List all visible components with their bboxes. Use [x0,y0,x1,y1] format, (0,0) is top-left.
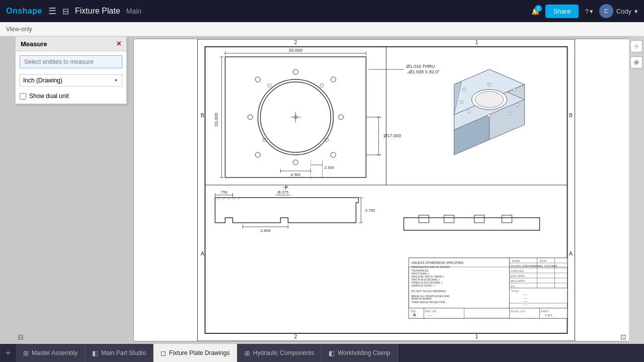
svg-text:THIRD ANGLE PROJECTION: THIRD ANGLE PROJECTION [412,301,445,304]
svg-text:----: ---- [428,314,432,317]
svg-point-66 [488,114,491,117]
svg-text:1 of 1: 1 of 1 [545,314,553,317]
svg-text:UNLESS OTHERWISE SPECIFIED:: UNLESS OTHERWISE SPECIFIED: [412,261,464,264]
svg-text:CHECKED: CHECKED [511,269,524,273]
svg-text:B: B [569,112,573,118]
svg-text:3.750: 3.750 [365,208,376,213]
svg-text:DATE: DATE [540,259,547,262]
svg-text:Ø.375: Ø.375 [278,190,289,195]
measure-close-button[interactable]: × [117,40,121,48]
tab-part-icon: ◧ [92,349,98,357]
measure-tool-button[interactable]: ⊹ [630,40,642,52]
svg-text:1: 1 [475,333,478,339]
user-name: Cody [616,8,631,15]
svg-text:----: ---- [524,300,528,303]
menu-icon[interactable]: ☰ [48,6,56,17]
main-content: ⊟ Measure × Inch (Drawing) Millimeter (D… [0,36,644,344]
svg-point-68 [460,101,463,104]
svg-text:2.500: 2.500 [325,165,335,170]
svg-text:ENG APPR.: ENG APPR. [511,275,526,278]
show-dual-unit-label: Show dual unit [29,93,69,100]
svg-point-67 [468,110,471,113]
svg-text:SCALE: 1:12: SCALE: 1:12 [511,310,525,313]
svg-text:DWG. NO.: DWG. NO. [425,310,437,313]
view-only-bar: View-only [0,22,644,36]
header: Onshape ☰ ⊟ Fixture Plate Main 🔔 2 Share… [0,0,644,22]
svg-point-62 [488,83,491,86]
add-tab-button[interactable]: + [0,344,16,362]
help-button[interactable]: ? ▾ [585,8,593,15]
tab-fixture-plate-drawings-label: Fixture Plate Drawings [169,349,230,356]
drawing-canvas: 2 1 2 1 B A B A [133,39,639,341]
bottom-right-icon[interactable]: ⊡ [620,333,626,341]
tab-master-assembly-label: Master Assembly [32,349,77,356]
svg-point-63 [513,88,516,91]
user-menu[interactable]: C Cody ▾ [599,4,638,18]
svg-text:----: ---- [524,293,528,296]
user-chevron: ▾ [634,8,638,15]
svg-text:1: 1 [475,39,478,45]
view-only-label: View-only [6,26,32,33]
svg-text:SHEET: SHEET [541,310,549,313]
filter-icon[interactable]: ⊟ [62,7,69,16]
unit-dropdown-wrapper: Inch (Drawing) Millimeter (Drawing) Inch… [20,74,122,86]
svg-text:⌵Ø1.938 X 82.0°: ⌵Ø1.938 X 82.0° [407,69,440,74]
svg-text:A: A [201,250,205,256]
svg-point-64 [516,103,519,106]
avatar: C [599,4,613,18]
svg-text:07/17/2023: 07/17/2023 [545,264,557,267]
svg-text:----: ---- [524,303,528,306]
svg-text:TITLE:: TITLE: [511,290,520,293]
tab-hydraulic-icon: ⊞ [245,349,250,357]
svg-text:2: 2 [294,333,297,339]
show-dual-unit-row: Show dual unit [16,90,126,104]
tab-hydraulic-components-label: Hydraulic Components [253,349,314,356]
help-chevron: ▾ [590,8,593,15]
bottom-tabs: + ⊞ Master Assembly ◧ Main Part Studio ◻… [0,344,644,362]
svg-text:+: + [285,184,288,190]
svg-point-60 [475,92,504,108]
svg-text:MFG APPR.: MFG APPR. [511,280,526,283]
svg-text:2: 2 [294,39,297,45]
tab-clamp-icon: ◧ [329,349,335,357]
tab-hydraulic-components[interactable]: ⊞ Hydraulic Components [237,344,321,362]
tab-master-assembly[interactable]: ⊞ Master Assembly [16,344,85,362]
svg-text:SURFACE FINISH: ✓: SURFACE FINISH: ✓ [412,284,436,287]
bottom-left-icon[interactable]: ⊟ [18,333,24,341]
svg-text:2.828: 2.828 [260,228,271,233]
show-dual-unit-checkbox[interactable] [20,93,26,100]
tab-workholding-clamp[interactable]: ◧ Workholding Clamp [321,344,398,362]
tab-assembly-icon: ⊞ [23,349,29,357]
onshape-logo[interactable]: Onshape [6,7,42,16]
svg-text:DO NOT SCALE DRAWING: DO NOT SCALE DRAWING [412,290,446,293]
measure-panel-title: Measure [21,40,47,48]
document-subtitle: Main [126,7,141,15]
svg-text:CODYHARRING: CODYHARRING [522,264,543,267]
tab-main-part-studio[interactable]: ◧ Main Part Studio [85,344,153,362]
measure-panel-header: Measure × [16,37,126,51]
measure-input[interactable] [20,55,122,68]
svg-text:NAME: NAME [512,259,520,262]
tab-main-part-studio-label: Main Part Studio [101,349,146,356]
zoom-tool-button[interactable]: ⊕ [630,56,642,68]
right-toolbar: ⊹ ⊕ [629,36,644,344]
tab-workholding-clamp-label: Workholding Clamp [338,349,390,356]
unit-dropdown[interactable]: Inch (Drawing) Millimeter (Drawing) Inch… [20,74,122,86]
svg-text:33.000: 33.000 [289,48,303,53]
svg-text:33.000: 33.000 [214,113,219,127]
drawing-svg: 2 1 2 1 B A B A [134,39,638,341]
share-button[interactable]: Share [545,5,579,18]
svg-text:Ø17.000: Ø17.000 [384,133,401,138]
tab-fixture-plate-drawings[interactable]: ◻ Fixture Plate Drawings [153,344,237,362]
svg-text:A: A [569,250,573,256]
notifications-button[interactable]: 🔔 2 [531,8,539,15]
measure-panel: Measure × Inch (Drawing) Millimeter (Dra… [15,36,127,104]
svg-text:Q.A.: Q.A. [511,285,516,288]
help-icon: ? [585,8,588,15]
document-title: Fixture Plate [75,7,120,16]
svg-text:B: B [201,112,204,118]
svg-text:A: A [413,312,417,317]
svg-text:DIMENSIONS ARE IN INCHES: DIMENSIONS ARE IN INCHES [412,265,450,268]
svg-point-65 [508,112,511,115]
svg-text:DRAWN: DRAWN [511,264,521,267]
